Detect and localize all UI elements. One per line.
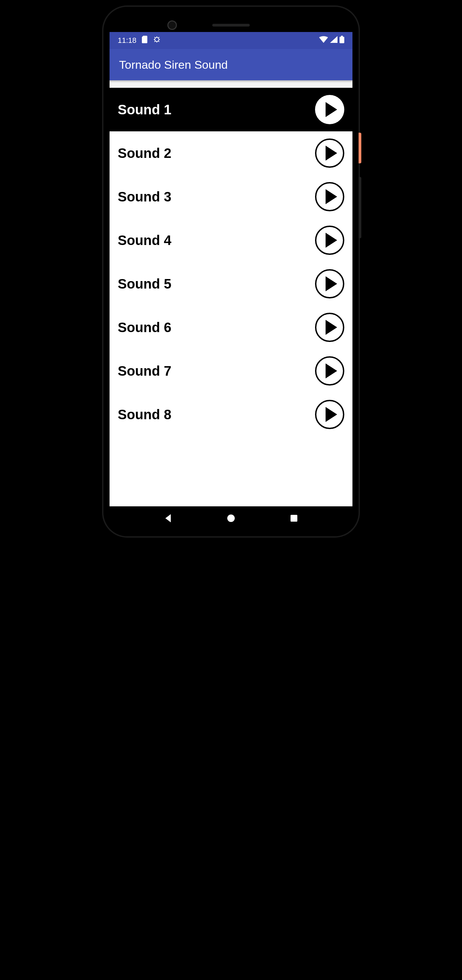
recent-apps-button[interactable] [288, 512, 300, 524]
svg-rect-1 [340, 37, 344, 43]
play-button[interactable] [315, 95, 344, 124]
play-icon [322, 102, 337, 117]
back-button[interactable] [162, 512, 174, 524]
svg-point-0 [155, 37, 159, 41]
phone-speaker [212, 24, 250, 27]
sound-list: Sound 1 Sound 2 Sound 3 [110, 88, 352, 506]
sound-label: Sound 5 [118, 276, 171, 292]
app-title: Tornado Siren Sound [119, 58, 228, 72]
wifi-icon [319, 36, 328, 45]
power-button [359, 133, 361, 163]
volume-button [359, 177, 361, 238]
list-item[interactable]: Sound 2 [110, 131, 352, 175]
list-item[interactable]: Sound 8 [110, 393, 352, 436]
play-button[interactable] [315, 269, 344, 298]
svg-rect-2 [341, 36, 343, 37]
sound-label: Sound 1 [118, 102, 171, 118]
play-icon [322, 276, 337, 291]
phone-frame: 11:18 [103, 7, 359, 536]
sound-label: Sound 7 [118, 363, 171, 379]
svg-rect-4 [291, 515, 297, 522]
list-item[interactable]: Sound 5 [110, 262, 352, 305]
bug-icon [154, 36, 160, 45]
signal-icon [330, 36, 338, 45]
svg-point-3 [227, 514, 235, 522]
play-button[interactable] [315, 226, 344, 255]
play-button[interactable] [315, 400, 344, 429]
sound-label: Sound 3 [118, 189, 171, 205]
sound-label: Sound 6 [118, 320, 171, 335]
list-item[interactable]: Sound 4 [110, 218, 352, 262]
list-item[interactable]: Sound 1 [110, 88, 352, 131]
play-button[interactable] [315, 138, 344, 168]
play-icon [322, 189, 337, 204]
app-bar: Tornado Siren Sound [110, 49, 352, 80]
phone-camera [167, 21, 177, 30]
battery-icon [340, 36, 344, 45]
sd-card-icon [142, 36, 148, 45]
play-button[interactable] [315, 182, 344, 211]
sound-label: Sound 4 [118, 233, 171, 248]
play-icon [322, 146, 337, 161]
status-bar: 11:18 [110, 32, 352, 49]
list-item[interactable]: Sound 3 [110, 175, 352, 218]
sound-label: Sound 2 [118, 146, 171, 161]
play-icon [322, 320, 337, 335]
play-icon [322, 233, 337, 248]
play-icon [322, 407, 337, 422]
play-icon [322, 363, 337, 379]
navigation-bar [110, 506, 352, 530]
list-item[interactable]: Sound 6 [110, 305, 352, 349]
home-button[interactable] [225, 512, 237, 524]
play-button[interactable] [315, 356, 344, 385]
status-time: 11:18 [118, 36, 137, 45]
list-item[interactable]: Sound 7 [110, 349, 352, 393]
sound-label: Sound 8 [118, 407, 171, 422]
play-button[interactable] [315, 313, 344, 342]
